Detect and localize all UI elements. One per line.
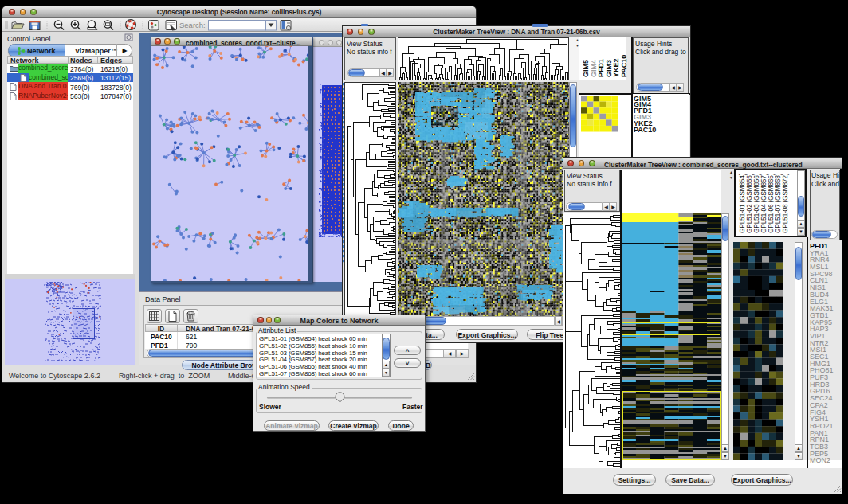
svg-text:Search:: Search: — [179, 21, 206, 29]
